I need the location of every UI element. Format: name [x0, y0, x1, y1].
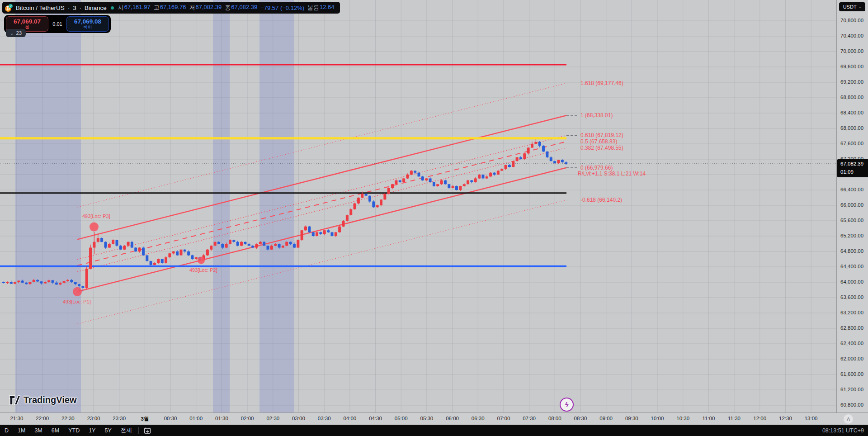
exchange-label: Binance: [85, 5, 107, 11]
go-to-date-button[interactable]: [142, 426, 153, 435]
time-axis-label: 01:30: [215, 416, 228, 421]
range-buttons: D1M3M6MYTD1Y5Y전체: [0, 426, 136, 435]
current-price-badge: 67,082.39 01:09: [837, 159, 868, 177]
time-axis-label: 10:30: [676, 416, 689, 421]
price-axis-label: 68,000.00: [837, 125, 868, 131]
price-axis-label: 66,400.00: [837, 187, 868, 192]
pivot-markers: 493[Loc: P1]493[Loc: P2]493[Loc: P3]: [63, 213, 217, 304]
time-axis-label: 02:00: [241, 416, 254, 421]
range-button-ytd[interactable]: YTD: [65, 427, 83, 435]
time-axis-label: 03:00: [292, 416, 305, 421]
session-bands: [15, 0, 294, 412]
range-button-5y[interactable]: 5Y: [101, 427, 115, 435]
price-axis-label: 66,000.00: [837, 202, 868, 208]
time-axis-label: 01:00: [189, 416, 203, 421]
time-axis-label: 22:30: [61, 416, 75, 421]
svg-text:493[Loc: P3]: 493[Loc: P3]: [82, 213, 110, 219]
buy-button[interactable]: 67,069.08 바이: [66, 16, 109, 32]
time-axis-label: 05:30: [420, 416, 433, 421]
range-button-6m[interactable]: 6M: [48, 427, 63, 435]
time-axis-label: 12:00: [753, 416, 766, 421]
chevron-down-icon: ⌄: [859, 5, 862, 9]
price-axis-label: 65,600.00: [837, 218, 868, 223]
time-axis-label: 06:00: [446, 416, 459, 421]
time-axis-label: 08:30: [574, 416, 587, 421]
time-axis-label: 10:00: [651, 416, 664, 421]
clock-timezone[interactable]: 08:13:51 UTC+9: [822, 427, 868, 434]
symbol-legend[interactable]: ₿ ↗ Bitcoin / TetherUS · 3 · Binance 시67…: [2, 2, 340, 14]
price-axis-label: 68,800.00: [837, 95, 868, 100]
time-axis-label: 03:30: [318, 416, 331, 421]
svg-text:0 (66,979.66): 0 (66,979.66): [580, 165, 613, 171]
svg-text:R/Lvl:+1.1 S:38.1 L:21 W:14: R/Lvl:+1.1 S:38.1 L:21 W:14: [578, 171, 646, 177]
time-axis-label: 07:00: [497, 416, 510, 421]
interval-label: 3: [73, 5, 76, 11]
bitcoin-icon: ₿ ↗: [5, 4, 13, 12]
price-axis-label: 70,400.00: [837, 33, 868, 38]
time-axis-label: 04:00: [343, 416, 356, 421]
time-axis-label: 23:30: [113, 416, 126, 421]
tradingview-logo-icon: [9, 395, 20, 405]
svg-text:1 (68,338.01): 1 (68,338.01): [580, 112, 613, 118]
range-button-전체[interactable]: 전체: [117, 426, 136, 435]
candlestick-chart[interactable]: 1.618 (69,177.46)1 (68,338.01)0.618 (67,…: [0, 0, 836, 412]
time-axis-label: 09:30: [625, 416, 638, 421]
tradingview-logo[interactable]: TradingView: [9, 395, 76, 405]
fib-channel: 1.618 (69,177.46)1 (68,338.01)0.618 (67,…: [77, 80, 646, 324]
range-button-3m[interactable]: 3M: [31, 427, 46, 435]
price-axis-label: 62,400.00: [837, 341, 868, 346]
time-axis-label: 06:30: [472, 416, 485, 421]
time-axis-label: 23:00: [87, 416, 100, 421]
time-axis-label: 11:30: [728, 416, 741, 421]
currency-toggle-button[interactable]: USDT ⌄: [839, 2, 865, 11]
price-axis-label: 61,600.00: [837, 371, 868, 377]
svg-text:-0.618 (66,140.2): -0.618 (66,140.2): [580, 197, 622, 203]
exchange-arrow-icon: ↗: [9, 4, 13, 8]
chart-pane[interactable]: 1.618 (69,177.46)1 (68,338.01)0.618 (67,…: [0, 0, 836, 412]
price-axis-label: 62,800.00: [837, 325, 868, 331]
svg-text:493[Loc: P2]: 493[Loc: P2]: [189, 267, 217, 273]
svg-text:0.618 (67,819.12): 0.618 (67,819.12): [580, 132, 623, 138]
price-axis-label: 64,400.00: [837, 264, 868, 269]
price-axis-label: 69,600.00: [837, 64, 868, 69]
range-button-1m[interactable]: 1M: [14, 427, 29, 435]
time-axis-label: 07:30: [523, 416, 536, 421]
object-count: 23: [16, 30, 22, 36]
time-axis-label: 13:00: [805, 416, 818, 421]
price-axis[interactable]: USDT ⌄ 67,082.39 01:09 70,800.0070,400.0…: [836, 0, 868, 412]
market-status-icon: [111, 6, 114, 9]
range-button-1y[interactable]: 1Y: [85, 427, 99, 435]
time-axis[interactable]: A 21:3022:0022:3023:0023:303월00:3001:000…: [0, 412, 868, 425]
time-axis-label: 04:30: [369, 416, 382, 421]
svg-text:0.382 (67,498.55): 0.382 (67,498.55): [580, 145, 623, 151]
close-value: 종67,082.39: [225, 4, 257, 12]
svg-text:493[Loc: P1]: 493[Loc: P1]: [63, 299, 91, 304]
time-axis-label: 12:30: [779, 416, 792, 421]
object-tree-pill[interactable]: ⌄ 23: [6, 29, 26, 37]
open-value: 시67,161.97: [118, 4, 151, 12]
price-axis-label: 68,400.00: [837, 110, 868, 115]
price-axis-label: 63,600.00: [837, 294, 868, 300]
price-axis-label: 64,800.00: [837, 248, 868, 254]
lightning-icon[interactable]: ϟ: [560, 398, 574, 412]
time-axis-label: 05:00: [395, 416, 408, 421]
tradingview-logo-text: TradingView: [24, 395, 76, 405]
svg-text:1.618 (69,177.46): 1.618 (69,177.46): [580, 80, 623, 86]
time-axis-label: 00:30: [164, 416, 177, 421]
price-axis-label: 70,000.00: [837, 48, 868, 54]
change-value: −79.57 (−0.12%): [260, 5, 304, 11]
time-axis-label: 02:30: [266, 416, 279, 421]
time-axis-label: 08:00: [548, 416, 561, 421]
auto-scale-button[interactable]: A: [844, 414, 853, 424]
spread-value: 0.01: [49, 21, 66, 27]
time-axis-label: 21:30: [10, 416, 24, 421]
low-value: 저67,082.39: [189, 4, 222, 12]
range-button-d[interactable]: D: [1, 427, 12, 435]
volume-value: 볼륨12.64: [307, 4, 335, 12]
chevron-down-icon: ⌄: [10, 31, 14, 36]
price-axis-label: 60,800.00: [837, 402, 868, 408]
time-axis-label: 09:00: [599, 416, 613, 421]
legend-separator: ·: [68, 5, 70, 11]
price-axis-label: 67,600.00: [837, 141, 868, 146]
time-axis-label: 3월: [141, 416, 149, 422]
